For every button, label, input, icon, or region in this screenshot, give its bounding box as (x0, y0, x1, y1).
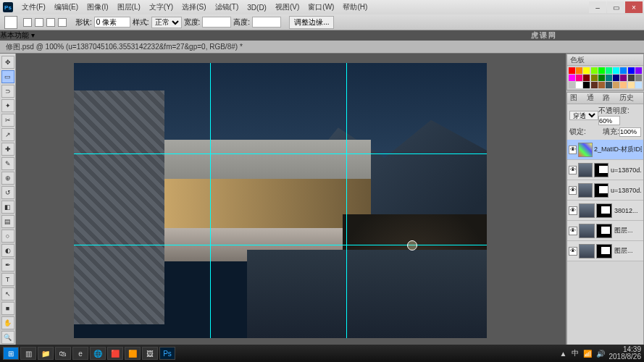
refine-button[interactable]: 调整边缘... (289, 16, 334, 29)
layer-thumbnail[interactable] (579, 244, 595, 258)
type-tool[interactable]: T (1, 273, 14, 286)
width-input[interactable] (202, 17, 231, 28)
swatch[interactable] (628, 75, 635, 81)
opt-check-4[interactable] (58, 18, 67, 27)
swatch[interactable] (569, 75, 575, 81)
swatch[interactable] (598, 82, 605, 88)
swatch[interactable] (569, 82, 575, 88)
menu-view[interactable]: 视图(V) (271, 2, 304, 12)
brush-tool[interactable]: ✎ (1, 157, 14, 170)
swatch[interactable] (583, 75, 590, 81)
swatch[interactable] (583, 82, 590, 88)
eraser-tool[interactable]: ◧ (1, 201, 14, 214)
swatch[interactable] (591, 75, 598, 81)
layer-thumbnail[interactable] (578, 183, 593, 198)
menu-image[interactable]: 图像(I) (83, 2, 112, 12)
zoom-tool[interactable]: 🔍 (1, 331, 14, 344)
menu-select[interactable]: 选择(S) (177, 2, 210, 12)
opt-check-3[interactable] (46, 18, 55, 27)
layer-row[interactable]: 👁u=13870d... (567, 160, 643, 180)
opacity-input[interactable] (598, 116, 620, 125)
layer-mask-thumbnail[interactable] (596, 224, 612, 238)
layer-thumbnail[interactable] (579, 203, 595, 218)
app3-button[interactable]: 🖼 (142, 347, 158, 360)
swatch[interactable] (591, 82, 598, 88)
swatch[interactable] (583, 67, 590, 74)
swatch[interactable] (628, 67, 635, 74)
height-input[interactable] (252, 17, 281, 28)
menu-window[interactable]: 窗口(W) (304, 2, 338, 12)
layer-row[interactable]: 👁u=13870d... (567, 180, 643, 201)
eyedropper-tool[interactable]: ↗ (1, 128, 14, 141)
history-brush-tool[interactable]: ↺ (1, 186, 14, 199)
app2-button[interactable]: 🟧 (125, 347, 141, 360)
swatch[interactable] (598, 75, 605, 81)
guide-vertical-2[interactable] (346, 63, 347, 338)
shape-tool[interactable]: ■ (1, 302, 14, 315)
marquee-tool[interactable]: ▭ (1, 70, 14, 83)
swatch[interactable] (613, 82, 619, 88)
menu-layer[interactable]: 图层(L) (113, 2, 145, 12)
swatch[interactable] (606, 67, 612, 74)
tray-icon[interactable]: ▲ (560, 350, 567, 358)
store-button[interactable]: 🛍 (55, 347, 71, 360)
swatch[interactable] (620, 67, 627, 74)
swatch[interactable] (635, 82, 642, 88)
network-icon[interactable]: 📶 (583, 350, 592, 358)
layer-row[interactable]: 👁图层... (567, 221, 643, 241)
visibility-toggle[interactable]: 👁 (569, 247, 577, 256)
clock[interactable]: 14:39 2018/8/26 (609, 346, 642, 361)
gradient-tool[interactable]: ▤ (1, 215, 14, 228)
tool-preset-icon[interactable] (4, 16, 17, 29)
swatches-tab[interactable]: 色板 (570, 55, 585, 65)
window-close-button[interactable]: × (625, 1, 643, 13)
swatch[interactable] (620, 75, 627, 81)
layer-row[interactable]: 👁图层... (567, 241, 643, 261)
swatch[interactable] (606, 82, 612, 88)
photoshop-taskbar-button[interactable]: Ps (159, 347, 175, 360)
menu-help[interactable]: 帮助(H) (338, 2, 372, 12)
guide-horizontal-1[interactable] (74, 153, 487, 154)
crop-tool[interactable]: ✂ (1, 114, 14, 127)
visibility-toggle[interactable]: 👁 (569, 146, 577, 154)
layer-mask-thumbnail[interactable] (596, 244, 612, 258)
menu-3d[interactable]: 3D(D) (243, 4, 271, 12)
menu-file[interactable]: 文件(F) (17, 2, 50, 12)
guide-vertical-1[interactable] (210, 63, 211, 338)
hand-tool[interactable]: ✋ (1, 316, 14, 329)
shape-input[interactable] (94, 17, 130, 28)
opt-check-2[interactable] (35, 18, 43, 27)
layer-mask-thumbnail[interactable] (594, 163, 609, 177)
fill-input[interactable] (619, 127, 641, 137)
swatch[interactable] (635, 67, 642, 74)
swatch[interactable] (576, 75, 582, 81)
visibility-toggle[interactable]: 👁 (569, 206, 577, 215)
taskview-button[interactable]: ▥ (20, 347, 36, 360)
window-minimize-button[interactable]: – (589, 1, 606, 13)
explorer-button[interactable]: 📁 (38, 347, 54, 360)
layer-row[interactable]: 👁38012... (567, 201, 643, 221)
ime-indicator[interactable]: 中 (572, 348, 579, 358)
move-tool[interactable]: ✥ (1, 56, 14, 69)
path-tool[interactable]: ↖ (1, 287, 14, 300)
tab-channels[interactable]: 通道 (584, 93, 601, 104)
lasso-tool[interactable]: ⊃ (1, 85, 14, 98)
menu-type[interactable]: 文字(Y) (145, 2, 177, 12)
dodge-tool[interactable]: ◐ (1, 244, 14, 257)
swatch[interactable] (635, 75, 642, 81)
swatch[interactable] (576, 82, 582, 88)
layer-mask-thumbnail[interactable] (594, 183, 609, 198)
tab-paths[interactable]: 路径 (600, 93, 616, 104)
layer-list[interactable]: 👁2_MatID-材质ID图👁u=13870d...👁u=13870d...👁3… (567, 140, 643, 344)
layer-row[interactable]: 👁2_MatID-材质ID图 (567, 140, 643, 160)
visibility-toggle[interactable]: 👁 (569, 166, 577, 174)
canvas-viewport[interactable] (16, 54, 566, 358)
blur-tool[interactable]: ○ (1, 230, 14, 243)
swatch[interactable] (598, 67, 605, 74)
menu-edit[interactable]: 编辑(E) (50, 2, 83, 12)
layer-mask-thumbnail[interactable] (596, 203, 612, 218)
app1-button[interactable]: 🟥 (107, 347, 123, 360)
guide-horizontal-2[interactable] (74, 245, 487, 245)
opt-check-1[interactable] (23, 18, 32, 27)
workspace-selector[interactable]: 基本功能 ▾ (0, 30, 644, 41)
